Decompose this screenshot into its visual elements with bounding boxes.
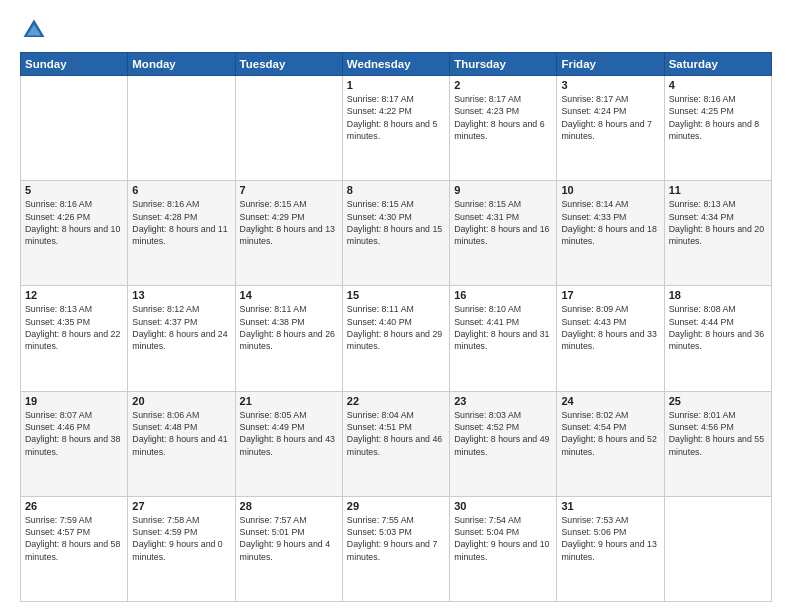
calendar-cell: 20Sunrise: 8:06 AM Sunset: 4:48 PM Dayli… — [128, 391, 235, 496]
calendar-cell: 18Sunrise: 8:08 AM Sunset: 4:44 PM Dayli… — [664, 286, 771, 391]
calendar-cell: 28Sunrise: 7:57 AM Sunset: 5:01 PM Dayli… — [235, 496, 342, 601]
calendar-week-row: 1Sunrise: 8:17 AM Sunset: 4:22 PM Daylig… — [21, 76, 772, 181]
day-info: Sunrise: 7:57 AM Sunset: 5:01 PM Dayligh… — [240, 514, 338, 563]
day-number: 12 — [25, 289, 123, 301]
day-number: 28 — [240, 500, 338, 512]
page: SundayMondayTuesdayWednesdayThursdayFrid… — [0, 0, 792, 612]
day-info: Sunrise: 8:15 AM Sunset: 4:30 PM Dayligh… — [347, 198, 445, 247]
calendar-cell: 12Sunrise: 8:13 AM Sunset: 4:35 PM Dayli… — [21, 286, 128, 391]
calendar-cell: 16Sunrise: 8:10 AM Sunset: 4:41 PM Dayli… — [450, 286, 557, 391]
weekday-header: Saturday — [664, 53, 771, 76]
weekday-header: Monday — [128, 53, 235, 76]
calendar-cell: 31Sunrise: 7:53 AM Sunset: 5:06 PM Dayli… — [557, 496, 664, 601]
day-number: 10 — [561, 184, 659, 196]
day-number: 7 — [240, 184, 338, 196]
logo — [20, 16, 52, 44]
calendar-cell: 8Sunrise: 8:15 AM Sunset: 4:30 PM Daylig… — [342, 181, 449, 286]
day-number: 18 — [669, 289, 767, 301]
calendar-cell: 7Sunrise: 8:15 AM Sunset: 4:29 PM Daylig… — [235, 181, 342, 286]
calendar-cell: 6Sunrise: 8:16 AM Sunset: 4:28 PM Daylig… — [128, 181, 235, 286]
day-info: Sunrise: 8:17 AM Sunset: 4:22 PM Dayligh… — [347, 93, 445, 142]
day-info: Sunrise: 8:16 AM Sunset: 4:26 PM Dayligh… — [25, 198, 123, 247]
day-info: Sunrise: 8:15 AM Sunset: 4:29 PM Dayligh… — [240, 198, 338, 247]
day-number: 6 — [132, 184, 230, 196]
day-info: Sunrise: 8:12 AM Sunset: 4:37 PM Dayligh… — [132, 303, 230, 352]
day-number: 1 — [347, 79, 445, 91]
day-number: 11 — [669, 184, 767, 196]
calendar-cell: 17Sunrise: 8:09 AM Sunset: 4:43 PM Dayli… — [557, 286, 664, 391]
calendar-cell: 23Sunrise: 8:03 AM Sunset: 4:52 PM Dayli… — [450, 391, 557, 496]
day-info: Sunrise: 7:59 AM Sunset: 4:57 PM Dayligh… — [25, 514, 123, 563]
day-number: 2 — [454, 79, 552, 91]
calendar-cell: 3Sunrise: 8:17 AM Sunset: 4:24 PM Daylig… — [557, 76, 664, 181]
day-info: Sunrise: 8:08 AM Sunset: 4:44 PM Dayligh… — [669, 303, 767, 352]
day-number: 22 — [347, 395, 445, 407]
calendar-cell: 19Sunrise: 8:07 AM Sunset: 4:46 PM Dayli… — [21, 391, 128, 496]
calendar-cell: 9Sunrise: 8:15 AM Sunset: 4:31 PM Daylig… — [450, 181, 557, 286]
day-info: Sunrise: 8:05 AM Sunset: 4:49 PM Dayligh… — [240, 409, 338, 458]
calendar-cell — [128, 76, 235, 181]
day-number: 29 — [347, 500, 445, 512]
day-info: Sunrise: 8:14 AM Sunset: 4:33 PM Dayligh… — [561, 198, 659, 247]
day-info: Sunrise: 7:53 AM Sunset: 5:06 PM Dayligh… — [561, 514, 659, 563]
calendar-week-row: 12Sunrise: 8:13 AM Sunset: 4:35 PM Dayli… — [21, 286, 772, 391]
day-info: Sunrise: 8:11 AM Sunset: 4:40 PM Dayligh… — [347, 303, 445, 352]
day-info: Sunrise: 8:16 AM Sunset: 4:25 PM Dayligh… — [669, 93, 767, 142]
calendar-cell — [664, 496, 771, 601]
calendar-cell — [21, 76, 128, 181]
calendar-cell: 22Sunrise: 8:04 AM Sunset: 4:51 PM Dayli… — [342, 391, 449, 496]
day-info: Sunrise: 8:10 AM Sunset: 4:41 PM Dayligh… — [454, 303, 552, 352]
logo-icon — [20, 16, 48, 44]
day-number: 8 — [347, 184, 445, 196]
header — [20, 16, 772, 44]
day-number: 5 — [25, 184, 123, 196]
calendar-cell: 24Sunrise: 8:02 AM Sunset: 4:54 PM Dayli… — [557, 391, 664, 496]
day-info: Sunrise: 7:55 AM Sunset: 5:03 PM Dayligh… — [347, 514, 445, 563]
calendar-cell: 21Sunrise: 8:05 AM Sunset: 4:49 PM Dayli… — [235, 391, 342, 496]
day-number: 4 — [669, 79, 767, 91]
calendar-cell: 29Sunrise: 7:55 AM Sunset: 5:03 PM Dayli… — [342, 496, 449, 601]
day-number: 16 — [454, 289, 552, 301]
day-number: 13 — [132, 289, 230, 301]
calendar-cell: 13Sunrise: 8:12 AM Sunset: 4:37 PM Dayli… — [128, 286, 235, 391]
day-info: Sunrise: 8:01 AM Sunset: 4:56 PM Dayligh… — [669, 409, 767, 458]
calendar-cell: 10Sunrise: 8:14 AM Sunset: 4:33 PM Dayli… — [557, 181, 664, 286]
day-info: Sunrise: 8:03 AM Sunset: 4:52 PM Dayligh… — [454, 409, 552, 458]
calendar-week-row: 5Sunrise: 8:16 AM Sunset: 4:26 PM Daylig… — [21, 181, 772, 286]
weekday-header: Friday — [557, 53, 664, 76]
day-info: Sunrise: 8:04 AM Sunset: 4:51 PM Dayligh… — [347, 409, 445, 458]
day-info: Sunrise: 8:16 AM Sunset: 4:28 PM Dayligh… — [132, 198, 230, 247]
calendar-cell: 27Sunrise: 7:58 AM Sunset: 4:59 PM Dayli… — [128, 496, 235, 601]
day-number: 19 — [25, 395, 123, 407]
calendar-cell: 11Sunrise: 8:13 AM Sunset: 4:34 PM Dayli… — [664, 181, 771, 286]
day-number: 25 — [669, 395, 767, 407]
day-number: 31 — [561, 500, 659, 512]
day-info: Sunrise: 8:15 AM Sunset: 4:31 PM Dayligh… — [454, 198, 552, 247]
day-info: Sunrise: 8:06 AM Sunset: 4:48 PM Dayligh… — [132, 409, 230, 458]
day-info: Sunrise: 8:17 AM Sunset: 4:23 PM Dayligh… — [454, 93, 552, 142]
day-info: Sunrise: 8:17 AM Sunset: 4:24 PM Dayligh… — [561, 93, 659, 142]
calendar-week-row: 26Sunrise: 7:59 AM Sunset: 4:57 PM Dayli… — [21, 496, 772, 601]
day-number: 3 — [561, 79, 659, 91]
weekday-header-row: SundayMondayTuesdayWednesdayThursdayFrid… — [21, 53, 772, 76]
day-number: 27 — [132, 500, 230, 512]
day-info: Sunrise: 7:54 AM Sunset: 5:04 PM Dayligh… — [454, 514, 552, 563]
day-number: 26 — [25, 500, 123, 512]
day-info: Sunrise: 8:13 AM Sunset: 4:34 PM Dayligh… — [669, 198, 767, 247]
calendar-cell: 26Sunrise: 7:59 AM Sunset: 4:57 PM Dayli… — [21, 496, 128, 601]
day-number: 15 — [347, 289, 445, 301]
day-info: Sunrise: 8:07 AM Sunset: 4:46 PM Dayligh… — [25, 409, 123, 458]
day-info: Sunrise: 8:11 AM Sunset: 4:38 PM Dayligh… — [240, 303, 338, 352]
calendar-cell: 5Sunrise: 8:16 AM Sunset: 4:26 PM Daylig… — [21, 181, 128, 286]
day-number: 14 — [240, 289, 338, 301]
day-info: Sunrise: 8:09 AM Sunset: 4:43 PM Dayligh… — [561, 303, 659, 352]
day-number: 17 — [561, 289, 659, 301]
calendar-cell: 14Sunrise: 8:11 AM Sunset: 4:38 PM Dayli… — [235, 286, 342, 391]
weekday-header: Tuesday — [235, 53, 342, 76]
weekday-header: Thursday — [450, 53, 557, 76]
calendar-cell: 25Sunrise: 8:01 AM Sunset: 4:56 PM Dayli… — [664, 391, 771, 496]
calendar-table: SundayMondayTuesdayWednesdayThursdayFrid… — [20, 52, 772, 602]
day-info: Sunrise: 8:13 AM Sunset: 4:35 PM Dayligh… — [25, 303, 123, 352]
calendar-cell: 15Sunrise: 8:11 AM Sunset: 4:40 PM Dayli… — [342, 286, 449, 391]
calendar-cell: 2Sunrise: 8:17 AM Sunset: 4:23 PM Daylig… — [450, 76, 557, 181]
